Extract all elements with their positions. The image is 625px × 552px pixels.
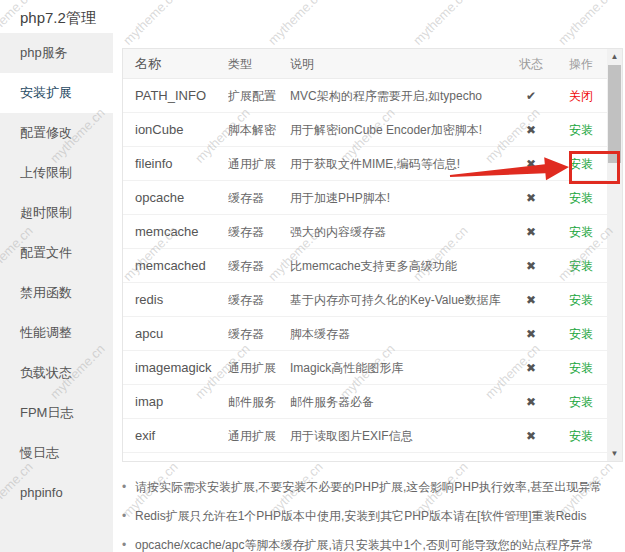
status-icon: ✖ <box>507 249 555 282</box>
action-link-ionCube[interactable]: 安装 <box>569 123 593 137</box>
extension-type: 扩展配置 <box>228 79 290 112</box>
page-title: php7.2管理 <box>20 9 96 28</box>
note-item: opcache/xcache/apc等脚本缓存扩展,请只安装其中1个,否则可能导… <box>122 531 622 552</box>
extension-type: 缓存器 <box>228 249 290 282</box>
status-icon: ✖ <box>507 147 555 180</box>
extension-desc: 脚本缓存器 <box>290 317 507 350</box>
action-link-memcached[interactable]: 安装 <box>569 259 593 273</box>
table-body: 名称 类型 说明 状态 操作 PATH_INFO 扩展配置 MVC架构的程序需要… <box>123 49 607 461</box>
action-link-opcache[interactable]: 安装 <box>569 191 593 205</box>
extension-desc: 基于内存亦可持久化的Key-Value数据库 <box>290 283 507 316</box>
table-rows: PATH_INFO 扩展配置 MVC架构的程序需要开启,如typecho ✔ 关… <box>123 79 607 453</box>
status-icon: ✔ <box>507 79 555 112</box>
extension-desc: 邮件服务器必备 <box>290 385 507 418</box>
extension-desc: 比memcache支持更多高级功能 <box>290 249 507 282</box>
sidebar-item-FPM日志[interactable]: FPM日志 <box>0 393 113 433</box>
table-row: fileinfo 通用扩展 用于获取文件MIME,编码等信息! ✖ 安装 <box>123 147 607 181</box>
sidebar-item-慢日志[interactable]: 慢日志 <box>0 433 113 473</box>
status-icon: ✖ <box>507 317 555 350</box>
action-link-imagemagick[interactable]: 安装 <box>569 361 593 375</box>
header-status: 状态 <box>507 49 555 78</box>
sidebar-item-禁用函数[interactable]: 禁用函数 <box>0 273 113 313</box>
extension-name: memcached <box>123 249 228 282</box>
sidebar-item-phpinfo[interactable]: phpinfo <box>0 473 113 513</box>
sidebar-item-超时限制[interactable]: 超时限制 <box>0 193 113 233</box>
action-link-fileinfo[interactable]: 安装 <box>569 157 593 171</box>
note-item: Redis扩展只允许在1个PHP版本中使用,安装到其它PHP版本请在[软件管理]… <box>122 502 622 531</box>
extension-desc: MVC架构的程序需要开启,如typecho <box>290 79 507 112</box>
table-row: exif 通用扩展 用于读取图片EXIF信息 ✖ 安装 <box>123 419 607 453</box>
sidebar-item-上传限制[interactable]: 上传限制 <box>0 153 113 193</box>
sidebar: php服务安装扩展配置修改上传限制超时限制配置文件禁用函数性能调整负载状态FPM… <box>0 33 113 552</box>
extension-type: 通用扩展 <box>228 147 290 180</box>
table-row: redis 缓存器 基于内存亦可持久化的Key-Value数据库 ✖ 安装 <box>123 283 607 317</box>
extension-name: apcu <box>123 317 228 350</box>
scrollbar-thumb[interactable] <box>608 65 621 163</box>
action-link-redis[interactable]: 安装 <box>569 293 593 307</box>
action-link-memcache[interactable]: 安装 <box>569 225 593 239</box>
status-icon: ✖ <box>507 215 555 248</box>
sidebar-item-性能调整[interactable]: 性能调整 <box>0 313 113 353</box>
table-row: imagemagick 通用扩展 Imagick高性能图形库 ✖ 安装 <box>123 351 607 385</box>
status-icon: ✖ <box>507 419 555 452</box>
sidebar-item-php服务[interactable]: php服务 <box>0 33 113 73</box>
sidebar-item-配置修改[interactable]: 配置修改 <box>0 113 113 153</box>
extension-desc: 用于解密ionCube Encoder加密脚本! <box>290 113 507 146</box>
table-header-row: 名称 类型 说明 状态 操作 <box>123 49 607 79</box>
extension-desc: 强大的内容缓存器 <box>290 215 507 248</box>
extension-desc: Imagick高性能图形库 <box>290 351 507 384</box>
status-icon: ✖ <box>507 283 555 316</box>
table-row: imap 邮件服务 邮件服务器必备 ✖ 安装 <box>123 385 607 419</box>
status-icon: ✖ <box>507 181 555 214</box>
header-type: 类型 <box>228 49 290 78</box>
table-row: apcu 缓存器 脚本缓存器 ✖ 安装 <box>123 317 607 351</box>
scrollbar[interactable]: ▲ ▼ <box>607 49 622 461</box>
scroll-down-icon[interactable]: ▼ <box>607 446 622 461</box>
notes-list: 请按实际需求安装扩展,不要安装不必要的PHP扩展,这会影响PHP执行效率,甚至出… <box>122 473 622 552</box>
header-name: 名称 <box>123 49 228 78</box>
extension-type: 缓存器 <box>228 283 290 316</box>
extension-type: 缓存器 <box>228 317 290 350</box>
action-link-exif[interactable]: 安装 <box>569 429 593 443</box>
table-row: opcache 缓存器 用于加速PHP脚本! ✖ 安装 <box>123 181 607 215</box>
sidebar-item-负载状态[interactable]: 负载状态 <box>0 353 113 393</box>
extension-type: 邮件服务 <box>228 385 290 418</box>
status-icon: ✖ <box>507 385 555 418</box>
extension-type: 通用扩展 <box>228 351 290 384</box>
extension-type: 缓存器 <box>228 181 290 214</box>
extension-name: redis <box>123 283 228 316</box>
sidebar-item-安装扩展[interactable]: 安装扩展 <box>0 73 113 113</box>
status-icon: ✖ <box>507 113 555 146</box>
title-bar: php7.2管理 <box>0 0 625 33</box>
extension-type: 缓存器 <box>228 215 290 248</box>
extension-desc: 用于读取图片EXIF信息 <box>290 419 507 452</box>
table-row: PATH_INFO 扩展配置 MVC架构的程序需要开启,如typecho ✔ 关… <box>123 79 607 113</box>
action-link-apcu[interactable]: 安装 <box>569 327 593 341</box>
extension-desc: 用于加速PHP脚本! <box>290 181 507 214</box>
extension-desc: 用于获取文件MIME,编码等信息! <box>290 147 507 180</box>
scroll-up-icon[interactable]: ▲ <box>607 49 622 64</box>
extension-name: PATH_INFO <box>123 79 228 112</box>
extension-type: 通用扩展 <box>228 419 290 452</box>
note-item: 请按实际需求安装扩展,不要安装不必要的PHP扩展,这会影响PHP执行效率,甚至出… <box>122 473 622 502</box>
sidebar-item-配置文件[interactable]: 配置文件 <box>0 233 113 273</box>
extension-name: memcache <box>123 215 228 248</box>
header-op: 操作 <box>555 49 607 78</box>
table-row: memcached 缓存器 比memcache支持更多高级功能 ✖ 安装 <box>123 249 607 283</box>
header-desc: 说明 <box>290 49 507 78</box>
extensions-table: 名称 类型 说明 状态 操作 PATH_INFO 扩展配置 MVC架构的程序需要… <box>122 48 623 462</box>
extension-name: fileinfo <box>123 147 228 180</box>
status-icon: ✖ <box>507 351 555 384</box>
table-row: memcache 缓存器 强大的内容缓存器 ✖ 安装 <box>123 215 607 249</box>
extension-name: ionCube <box>123 113 228 146</box>
action-link-PATH_INFO[interactable]: 关闭 <box>569 89 593 103</box>
extension-type: 脚本解密 <box>228 113 290 146</box>
extension-name: imap <box>123 385 228 418</box>
extension-name: opcache <box>123 181 228 214</box>
extension-name: exif <box>123 419 228 452</box>
table-row: ionCube 脚本解密 用于解密ionCube Encoder加密脚本! ✖ … <box>123 113 607 147</box>
extension-name: imagemagick <box>123 351 228 384</box>
action-link-imap[interactable]: 安装 <box>569 395 593 409</box>
